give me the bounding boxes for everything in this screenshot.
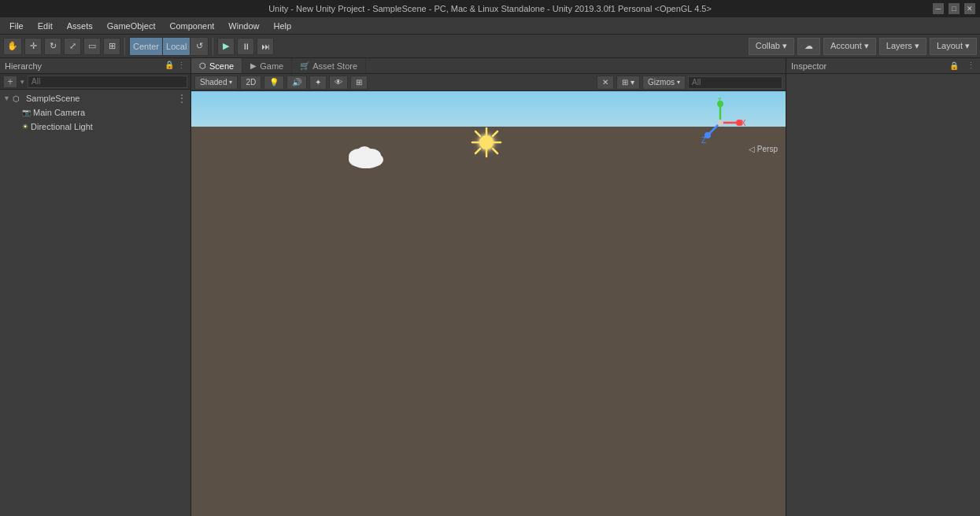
svg-line-8 bbox=[475, 149, 480, 153]
hierarchy-item-directional-light[interactable]: ☀ Directional Light bbox=[0, 120, 190, 134]
menu-edit[interactable]: Edit bbox=[31, 20, 59, 32]
window-controls: ─ □ ✕ bbox=[933, 3, 975, 14]
scene-cloud bbox=[345, 142, 388, 171]
hierarchy-item-samplescene[interactable]: ▼ ⬡ SampleScene ⋮ bbox=[0, 91, 190, 105]
tool-rect[interactable]: ▭ bbox=[83, 38, 101, 55]
center-panel: ⬡ Scene ▶ Game 🛒 Asset Store Shaded ▾ 2D… bbox=[191, 58, 786, 516]
maincamera-label: Main Camera bbox=[33, 108, 85, 117]
tab-scene[interactable]: ⬡ Scene bbox=[191, 58, 242, 73]
hierarchy-title: Hierarchy bbox=[5, 61, 42, 71]
tool-move[interactable]: ✛ bbox=[24, 38, 42, 55]
shaded-label: Shaded bbox=[200, 78, 227, 87]
close-button[interactable]: ✕ bbox=[964, 3, 975, 14]
layers-button[interactable]: Layers ▾ bbox=[879, 38, 926, 55]
center-button[interactable]: Center bbox=[130, 38, 163, 55]
scene-effects-icon[interactable]: ✦ bbox=[309, 76, 327, 90]
svg-line-6 bbox=[493, 149, 497, 153]
assetstore-tab-label: Asset Store bbox=[312, 61, 357, 71]
hierarchy-content: ▼ ⬡ SampleScene ⋮ 📷 Main Camera ☀ Direct… bbox=[0, 90, 190, 516]
pause-button[interactable]: ⏸ bbox=[237, 38, 254, 55]
inspector-header: Inspector 🔒 ⋮ bbox=[786, 58, 980, 74]
local-button[interactable]: Local bbox=[163, 38, 190, 55]
hierarchy-add-arrow[interactable]: ▾ bbox=[20, 78, 24, 86]
scene-nav-icon[interactable]: ✕ bbox=[597, 76, 614, 90]
step-button[interactable]: ⏭ bbox=[257, 38, 274, 55]
menu-assets[interactable]: Assets bbox=[61, 20, 99, 32]
svg-point-21 bbox=[717, 101, 723, 107]
scene-tab-label: Scene bbox=[209, 61, 234, 71]
assetstore-tab-icon: 🛒 bbox=[300, 61, 309, 70]
tab-asset-store[interactable]: 🛒 Asset Store bbox=[292, 58, 366, 73]
hierarchy-panel: Hierarchy 🔒 ⋮ + ▾ ▼ ⬡ SampleScene ⋮ bbox=[0, 58, 191, 516]
gizmo-svg: Z X Y bbox=[695, 98, 746, 149]
inspector-dots[interactable]: ⋮ bbox=[967, 61, 975, 71]
scene-persp-label: ◁ Persp bbox=[749, 145, 778, 153]
cloud-icon: ☁ bbox=[804, 41, 813, 51]
hierarchy-dots-icon[interactable]: ⋮ bbox=[177, 61, 186, 71]
scene-hidden-icon[interactable]: 👁 bbox=[329, 76, 348, 90]
account-button[interactable]: Account ▾ bbox=[823, 38, 876, 55]
scene-viewport[interactable]: Z X Y ◁ Persp bbox=[191, 91, 786, 516]
2d-button[interactable]: 2D bbox=[240, 76, 261, 90]
samplescene-arrow: ▼ bbox=[3, 94, 13, 102]
scene-gizmo[interactable]: Z X Y bbox=[695, 98, 746, 149]
layout-button[interactable]: Layout ▾ bbox=[930, 38, 977, 55]
samplescene-menu-dots[interactable]: ⋮ bbox=[176, 92, 187, 105]
hierarchy-item-main-camera[interactable]: 📷 Main Camera bbox=[0, 105, 190, 120]
tool-scale[interactable]: ⤢ bbox=[64, 38, 81, 55]
samplescene-label: SampleScene bbox=[26, 94, 80, 103]
layout-label: Layout ▾ bbox=[937, 41, 970, 51]
tool-rotate[interactable]: ↻ bbox=[44, 38, 61, 55]
gizmos-label: Gizmos bbox=[648, 78, 675, 87]
menu-component[interactable]: Component bbox=[163, 20, 220, 32]
hierarchy-header: Hierarchy 🔒 ⋮ bbox=[0, 58, 190, 74]
title-bar: Unity - New Unity Project - SampleScene … bbox=[0, 0, 980, 17]
gizmos-arrow: ▾ bbox=[677, 79, 680, 86]
scene-light-icon[interactable]: 💡 bbox=[264, 76, 284, 90]
sun-rays-svg bbox=[471, 127, 502, 158]
menu-bar: File Edit Assets GameObject Component Wi… bbox=[0, 17, 980, 35]
menu-help[interactable]: Help bbox=[267, 20, 298, 32]
hierarchy-lock-icon[interactable]: 🔒 bbox=[165, 61, 174, 71]
dirlight-label: Directional Light bbox=[31, 122, 93, 131]
menu-file[interactable]: File bbox=[3, 20, 30, 32]
layers-label: Layers ▾ bbox=[886, 41, 919, 51]
tab-game[interactable]: ▶ Game bbox=[242, 58, 292, 73]
cloud-button[interactable]: ☁ bbox=[797, 38, 820, 55]
separator-2 bbox=[213, 38, 213, 55]
inspector-lock-icon[interactable]: 🔒 bbox=[949, 61, 959, 70]
refresh-button[interactable]: ↺ bbox=[190, 38, 208, 55]
collab-button[interactable]: Collab ▾ bbox=[749, 38, 794, 55]
menu-window[interactable]: Window bbox=[222, 20, 265, 32]
tool-transform[interactable]: ⊞ bbox=[103, 38, 120, 55]
window-title: Unity - New Unity Project - SampleScene … bbox=[268, 4, 712, 13]
scene-search-input[interactable] bbox=[688, 76, 782, 89]
dirlight-icon: ☀ bbox=[22, 123, 28, 131]
collab-label: Collab ▾ bbox=[756, 41, 787, 51]
scene-sun bbox=[471, 127, 502, 158]
game-tab-label: Game bbox=[260, 61, 283, 71]
main-layout: Hierarchy 🔒 ⋮ + ▾ ▼ ⬡ SampleScene ⋮ bbox=[0, 58, 980, 516]
svg-line-7 bbox=[493, 131, 497, 136]
scene-tab-icon: ⬡ bbox=[199, 61, 206, 70]
svg-point-0 bbox=[480, 136, 493, 149]
hierarchy-add-button[interactable]: + bbox=[3, 76, 17, 88]
play-button[interactable]: ▶ bbox=[217, 38, 235, 55]
svg-point-20 bbox=[736, 120, 742, 126]
shaded-dropdown[interactable]: Shaded ▾ bbox=[194, 76, 238, 90]
hierarchy-search-input[interactable] bbox=[28, 76, 187, 88]
samplescene-icon: ⬡ bbox=[13, 94, 24, 103]
gizmos-dropdown[interactable]: Gizmos ▾ bbox=[642, 76, 686, 90]
scene-audio-icon[interactable]: 🔊 bbox=[287, 76, 307, 90]
tool-hand[interactable]: ✋ bbox=[3, 38, 22, 55]
cloud-svg bbox=[345, 142, 388, 170]
scene-view-dropdown[interactable]: ⊞ ▾ bbox=[616, 76, 640, 90]
svg-point-19 bbox=[717, 120, 723, 126]
inspector-content bbox=[786, 74, 980, 516]
maximize-button[interactable]: □ bbox=[949, 3, 960, 14]
minimize-button[interactable]: ─ bbox=[933, 3, 944, 14]
scene-grid-icon[interactable]: ⊞ bbox=[350, 76, 368, 90]
menu-gameobject[interactable]: GameObject bbox=[101, 20, 162, 32]
shaded-arrow: ▾ bbox=[229, 79, 232, 86]
svg-point-12 bbox=[357, 146, 372, 160]
